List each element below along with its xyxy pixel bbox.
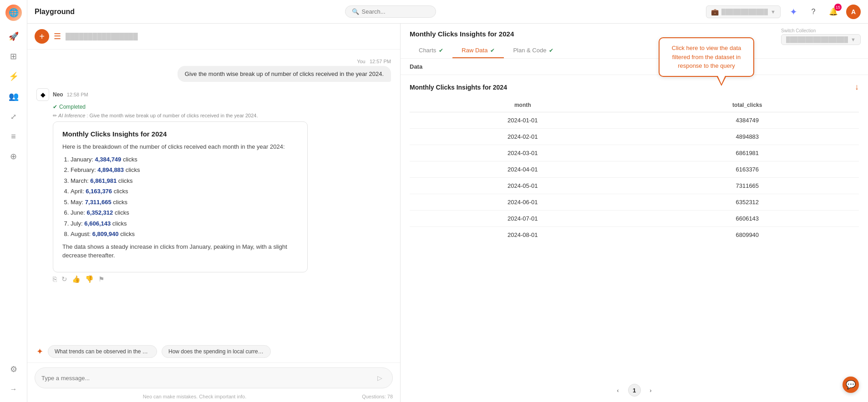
neo-icon: ◆ (36, 88, 49, 101)
suggestion-chip-2[interactable]: How does the spending in local currency … (162, 345, 271, 358)
cell-total-clicks: 4384749 (636, 112, 859, 129)
chat-input-row: ▷ (35, 367, 393, 388)
refresh-icon[interactable]: ↻ (61, 275, 67, 283)
chat-input[interactable] (41, 375, 373, 382)
switch-collection-select[interactable]: ████████████████ ▼ (781, 34, 861, 45)
help-button[interactable]: ? (806, 5, 821, 19)
neo-message-header: ◆ Neo 12:58 PM (36, 88, 391, 101)
switch-collection-value: ████████████████ (786, 36, 848, 43)
table-row: 2024-08-01 6809940 (410, 227, 859, 243)
data-section-title: Monthly Clicks Insights for 2024 ↓ (410, 82, 859, 92)
cell-month: 2024-05-01 (410, 178, 636, 194)
user-message-meta: You 12:57 PM (357, 59, 391, 64)
check-icon: ✔ (53, 104, 57, 110)
tab-raw-data[interactable]: Raw Data ✔ (452, 43, 504, 58)
user-message: You 12:57 PM Give the month wise break u… (36, 59, 391, 82)
neo-status: ✔ Completed (53, 104, 391, 110)
cell-total-clicks: 4894883 (636, 129, 859, 145)
cell-month: 2024-07-01 (410, 211, 636, 227)
send-button[interactable]: ▷ (373, 372, 386, 384)
neo-message: ◆ Neo 12:58 PM ✔ Completed ✏ AI Inferenc… (36, 88, 391, 283)
prev-page-button[interactable]: ‹ (612, 384, 624, 397)
tooltip-balloon: Click here to view the data filtered fro… (659, 37, 754, 77)
tab-plan-code[interactable]: Plan & Code ✔ (504, 43, 563, 58)
col-month: month (410, 98, 636, 112)
chat-panel: + ☰ ████████████████ You 12:57 PM Give t… (27, 24, 401, 402)
flag-icon[interactable]: ⚑ (98, 275, 104, 283)
copy-icon[interactable]: ⎘ (53, 275, 57, 283)
sidebar-item-settings[interactable]: ⚙ (5, 361, 22, 377)
current-page-button[interactable]: 1 (628, 384, 641, 397)
neo-inference: ✏ AI Inference : Give the month wise bre… (53, 113, 391, 119)
thumbs-up-icon[interactable]: 👍 (72, 275, 81, 283)
table-row: 2024-02-01 4894883 (410, 129, 859, 145)
sparkle-icon: ✦ (36, 347, 43, 357)
search-bar[interactable]: 🔍 (345, 5, 436, 18)
cell-month: 2024-08-01 (410, 227, 636, 243)
cell-total-clicks: 7311665 (636, 178, 859, 194)
cell-month: 2024-03-01 (410, 145, 636, 161)
table-row: 2024-03-01 6861981 (410, 145, 859, 161)
page-title: Playground (35, 8, 75, 16)
list-item: March: 6,861,981 clicks (71, 176, 298, 186)
suggestion-chip-1[interactable]: What trends can be observed in the numbe… (48, 345, 157, 358)
data-label: Data (401, 59, 868, 75)
cell-total-clicks: 6861981 (636, 145, 859, 161)
sidebar-item-users[interactable]: 👥 (5, 88, 22, 105)
menu-icon[interactable]: ☰ (54, 31, 61, 41)
rawdata-check-icon: ✔ (490, 47, 495, 54)
user-avatar[interactable]: A (846, 5, 861, 19)
notification-count: 15 (834, 4, 842, 11)
table-row: 2024-01-01 4384749 (410, 112, 859, 129)
thumbs-down-icon[interactable]: 👎 (85, 275, 94, 283)
live-chat-button[interactable]: 💬 (843, 377, 859, 393)
chat-input-area: ▷ (27, 362, 400, 392)
right-panel: Switch Collection ████████████████ ▼ Cli… (401, 24, 868, 402)
cell-total-clicks: 6606143 (636, 211, 859, 227)
sidebar-item-launch[interactable]: 🚀 (5, 28, 22, 45)
workspace-selector[interactable]: 💼 ████████████ ▼ (706, 5, 781, 18)
table-row: 2024-04-01 6163376 (410, 161, 859, 178)
response-list: January: 4,384,749 clicks February: 4,89… (62, 155, 298, 239)
suggestions-row: ✦ What trends can be observed in the num… (27, 341, 400, 362)
table-row: 2024-06-01 6352312 (410, 194, 859, 211)
data-content: Monthly Clicks Insights for 2024 ↓ month… (401, 75, 868, 378)
sidebar-item-connections[interactable]: ⤢ (5, 108, 22, 125)
next-page-button[interactable]: › (645, 384, 657, 397)
ai-sparkle-button[interactable]: ✦ (786, 5, 801, 19)
sidebar-item-grid[interactable]: ⊞ (5, 48, 22, 65)
search-input[interactable] (362, 8, 426, 15)
sidebar-item-logs[interactable]: ≡ (5, 128, 22, 145)
chat-messages: You 12:57 PM Give the month wise break u… (27, 50, 400, 341)
topbar: Playground 🔍 💼 ████████████ ▼ ✦ ? 🔔 15 A (27, 0, 868, 24)
content-area: + ☰ ████████████████ You 12:57 PM Give t… (27, 24, 868, 402)
add-chat-button[interactable]: + (35, 29, 49, 44)
logo-icon: 🌐 (9, 8, 19, 18)
pagination: ‹ 1 › (401, 378, 868, 402)
table-row: 2024-07-01 6606143 (410, 211, 859, 227)
sidebar-collapse-button[interactable]: → (5, 381, 22, 397)
chevron-down-icon: ▼ (851, 37, 856, 42)
workspace-label: ████████████ (721, 9, 768, 15)
user-message-bubble: Give the month wise break up of number o… (178, 66, 391, 82)
cell-total-clicks: 6809940 (636, 227, 859, 243)
download-icon[interactable]: ↓ (855, 82, 859, 92)
logo[interactable]: 🌐 (5, 5, 22, 21)
cell-month: 2024-06-01 (410, 194, 636, 211)
notifications-button[interactable]: 🔔 15 (826, 5, 841, 19)
list-item: May: 7,311,665 clicks (71, 198, 298, 207)
sidebar-item-pipeline[interactable]: ⚡ (5, 68, 22, 85)
neo-response-box: Monthly Clicks Insights for 2024 Here is… (53, 121, 308, 272)
plancode-check-icon: ✔ (549, 47, 553, 54)
switch-collection-label: Switch Collection (781, 28, 861, 33)
data-table: month total_clicks 2024-01-01 4384749 20… (410, 98, 859, 243)
tab-charts[interactable]: Charts ✔ (410, 43, 452, 58)
chat-toolbar: + ☰ ████████████████ (27, 24, 400, 50)
chat-name: ████████████████ (66, 33, 138, 40)
list-item: April: 6,163,376 clicks (71, 187, 298, 196)
sidebar-item-add[interactable]: ⊕ (5, 148, 22, 165)
list-item: July: 6,606,143 clicks (71, 219, 298, 228)
table-row: 2024-05-01 7311665 (410, 178, 859, 194)
response-intro: Here is the breakdown of the number of c… (62, 142, 298, 151)
cell-month: 2024-02-01 (410, 129, 636, 145)
